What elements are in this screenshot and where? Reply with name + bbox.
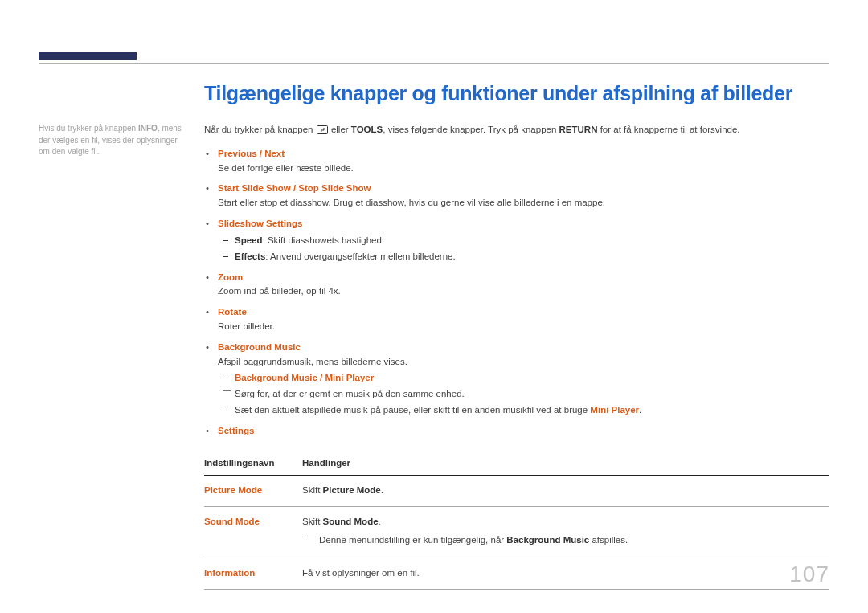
item-background-music: Background Music Afspil baggrundsmusik, … (204, 341, 829, 418)
item-slideshow-settings: Slideshow Settings Speed: Skift diasshow… (204, 217, 829, 264)
item-start-stop-slideshow: Start Slide Show / Stop Slide Show Start… (204, 182, 829, 210)
note-sound-mode: Denne menuindstilling er kun tilgængelig… (302, 533, 829, 548)
main-column: Når du trykker på knappen eller TOOLS, v… (204, 123, 829, 590)
note-mini-player: Sæt den aktuelt afspillede musik på paus… (218, 403, 829, 418)
item-zoom: Zoom Zoom ind på billeder, op til 4x. (204, 271, 829, 300)
table-row: Picture Mode Skift Picture Mode. (204, 476, 829, 507)
settings-table: Indstillingsnavn Handlinger Picture Mode… (204, 456, 829, 590)
item-settings: Settings (204, 424, 829, 439)
enter-icon (317, 125, 328, 134)
side-note: Hvis du trykker på knappen INFO, mens de… (39, 123, 186, 590)
table-row: Sound Mode Skift Sound Mode. Denne menui… (204, 507, 829, 558)
item-previous-next: Previous / Next Se det forrige eller næs… (204, 147, 829, 176)
page-title: Tilgængelige knapper og funktioner under… (204, 82, 829, 105)
note-storage: Sørg for, at der er gemt en musik på den… (218, 387, 829, 402)
col-handlinger: Handlinger (302, 456, 829, 476)
content-row: Hvis du trykker på knappen INFO, mens de… (39, 123, 829, 590)
header-bar (39, 52, 137, 60)
table-row: Information Få vist oplysninger om en fi… (204, 558, 829, 589)
feature-list: Previous / Next Se det forrige eller næs… (204, 147, 829, 439)
header-rule (39, 63, 829, 64)
page-number: 107 (789, 562, 829, 587)
item-rotate: Rotate Roter billeder. (204, 305, 829, 334)
intro-line: Når du trykker på knappen eller TOOLS, v… (204, 123, 829, 137)
col-indstillingsnavn: Indstillingsnavn (204, 456, 302, 476)
